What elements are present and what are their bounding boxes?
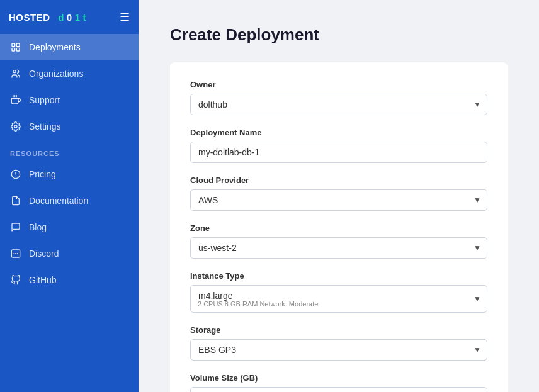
svg-point-4 — [13, 70, 16, 73]
sidebar-item-deployments-label: Deployments — [29, 42, 81, 52]
sidebar-item-support-label: Support — [29, 95, 60, 105]
deployment-name-input[interactable] — [190, 142, 487, 163]
sidebar-item-documentation-label: Documentation — [29, 196, 88, 206]
documentation-icon — [10, 195, 21, 206]
sidebar-item-documentation[interactable]: Documentation — [0, 188, 139, 214]
instance-type-label: Instance Type — [190, 271, 487, 281]
sidebar-item-discord-label: Discord — [29, 249, 59, 259]
sidebar: HOSTED d01t ☰ Deployments Organizations … — [0, 0, 139, 392]
storage-field-group: Storage EBS GP3 ▼ — [190, 325, 487, 361]
volume-size-field-group: Volume Size (GB) Min size: 100 GB Max si… — [190, 373, 487, 392]
logo-0: 0 — [67, 12, 72, 23]
sidebar-header: HOSTED d01t ☰ — [0, 0, 139, 34]
deployment-name-label: Deployment Name — [190, 128, 487, 137]
sidebar-item-github-label: GitHub — [29, 275, 57, 285]
cloud-provider-label: Cloud Provider — [190, 176, 487, 185]
logo: HOSTED d01t — [9, 12, 86, 23]
settings-icon — [10, 121, 21, 132]
logo-t-char: t — [83, 12, 87, 23]
svg-point-8 — [14, 125, 17, 128]
create-deployment-form: Owner dolthub ▼ Deployment Name Cloud Pr… — [170, 62, 508, 392]
logo-hosted-text: HOSTED — [9, 12, 50, 23]
svg-rect-3 — [16, 48, 20, 51]
svg-rect-1 — [16, 43, 20, 47]
logo-1: 1 — [75, 12, 81, 23]
main-content: Create Deployment Owner dolthub ▼ Deploy… — [139, 0, 539, 392]
instance-type-select[interactable]: m4.large — [190, 285, 487, 313]
owner-field-group: Owner dolthub ▼ — [190, 80, 487, 115]
blog-icon — [10, 221, 21, 233]
resources-section-label: RESOURCES — [0, 140, 139, 161]
sidebar-item-pricing[interactable]: Pricing — [0, 161, 139, 188]
logo-d: d — [58, 12, 64, 23]
deployment-name-field-group: Deployment Name — [190, 128, 487, 163]
zone-label: Zone — [190, 223, 487, 233]
sidebar-item-discord[interactable]: Discord — [0, 240, 139, 267]
volume-size-input[interactable] — [190, 387, 487, 392]
cloud-provider-select[interactable]: AWS — [190, 189, 487, 211]
owner-label: Owner — [190, 80, 487, 89]
sidebar-item-organizations[interactable]: Organizations — [0, 60, 139, 87]
pricing-icon — [10, 169, 21, 180]
organizations-icon — [10, 68, 21, 79]
menu-toggle-button[interactable]: ☰ — [120, 10, 130, 24]
sidebar-nav: Deployments Organizations Support Settin… — [0, 34, 139, 392]
storage-label: Storage — [190, 325, 487, 335]
page-title: Create Deployment — [170, 25, 508, 45]
owner-select-wrapper: dolthub ▼ — [190, 94, 487, 115]
sidebar-item-blog-label: Blog — [29, 222, 47, 232]
storage-select[interactable]: EBS GP3 — [190, 339, 487, 361]
sidebar-item-pricing-label: Pricing — [29, 169, 56, 179]
zone-select[interactable]: us-west-2 — [190, 237, 487, 259]
sidebar-item-settings[interactable]: Settings — [0, 113, 139, 140]
deployments-icon — [10, 42, 21, 53]
sidebar-item-support[interactable]: Support — [0, 87, 139, 113]
instance-type-field-group: Instance Type m4.large ▼ 2 CPUS 8 GB RAM… — [190, 271, 487, 313]
sidebar-item-github[interactable]: GitHub — [0, 267, 139, 293]
sidebar-item-organizations-label: Organizations — [29, 69, 83, 79]
cloud-provider-select-wrapper: AWS ▼ — [190, 189, 487, 211]
sidebar-item-blog[interactable]: Blog — [0, 214, 139, 240]
sidebar-item-deployments[interactable]: Deployments — [0, 34, 139, 60]
cloud-provider-field-group: Cloud Provider AWS ▼ — [190, 176, 487, 211]
github-icon — [10, 274, 21, 286]
svg-rect-0 — [12, 43, 15, 47]
zone-select-wrapper: us-west-2 ▼ — [190, 237, 487, 259]
zone-field-group: Zone us-west-2 ▼ — [190, 223, 487, 259]
volume-size-label: Volume Size (GB) — [190, 373, 487, 383]
owner-select[interactable]: dolthub — [190, 94, 487, 115]
storage-select-wrapper: EBS GP3 ▼ — [190, 339, 487, 361]
discord-icon — [10, 248, 21, 259]
sidebar-item-settings-label: Settings — [29, 121, 61, 132]
instance-type-select-wrapper: m4.large ▼ 2 CPUS 8 GB RAM Network: Mode… — [190, 285, 487, 313]
support-icon — [10, 94, 21, 106]
svg-rect-2 — [12, 48, 15, 51]
